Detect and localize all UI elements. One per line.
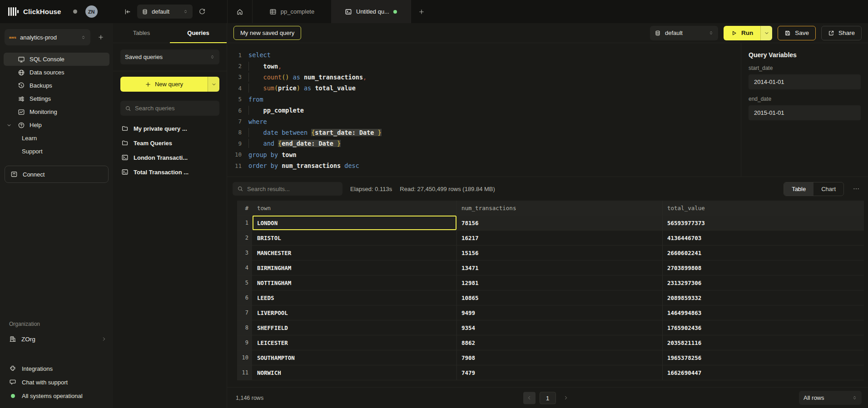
workspace-select[interactable]: aws analytics-prod: [5, 29, 90, 45]
search-results-input[interactable]: [247, 186, 338, 192]
code-text: sum(price) as total_value: [248, 84, 356, 92]
next-page-button[interactable]: [560, 392, 572, 404]
saved-query-label: London Transacti...: [134, 154, 188, 161]
cell-total-value[interactable]: 1965378256: [662, 350, 864, 365]
cell-total-value[interactable]: 2089859332: [662, 290, 864, 305]
cell-total-value[interactable]: 4136446703: [662, 231, 864, 245]
cell-town[interactable]: NORWICH: [252, 365, 456, 380]
cell-town[interactable]: BRISTOL: [252, 231, 456, 245]
sidebar-item-help[interactable]: Help: [4, 118, 109, 132]
cell-num-transactions[interactable]: 9354: [456, 320, 662, 335]
connect-button[interactable]: Connect: [5, 166, 109, 183]
cell-num-transactions[interactable]: 15156: [456, 246, 662, 260]
chart-icon: [18, 108, 25, 116]
cell-num-transactions[interactable]: 7479: [456, 365, 662, 380]
sql-editor[interactable]: 1select2 town,3 count() as num_transacti…: [227, 43, 741, 177]
cell-town[interactable]: LONDON: [252, 216, 456, 230]
query-variables-title: Query Variables: [749, 51, 861, 59]
home-button[interactable]: [228, 0, 252, 23]
cell-total-value[interactable]: 1464994863: [662, 305, 864, 320]
start-date-input[interactable]: [749, 74, 861, 89]
page-number[interactable]: 1: [540, 392, 556, 404]
cell-num-transactions[interactable]: 16217: [456, 231, 662, 245]
sidebar-footer-chat-with-support[interactable]: Chat with support: [0, 375, 113, 389]
view-table-button[interactable]: Table: [784, 182, 813, 196]
results-menu-button[interactable]: [853, 185, 860, 192]
saved-query-total-transaction[interactable]: Total Transaction ...: [120, 165, 219, 179]
column-header-index[interactable]: #: [237, 201, 252, 215]
cell-num-transactions[interactable]: 78156: [456, 216, 662, 230]
save-button[interactable]: Save: [778, 26, 816, 40]
sidebar-footer-all-systems-operational[interactable]: All systems operational: [0, 389, 113, 403]
refresh-button[interactable]: [198, 8, 206, 15]
cell-total-value[interactable]: 1765902436: [662, 320, 864, 335]
column-header-town[interactable]: town: [252, 201, 456, 215]
share-button[interactable]: Share: [821, 26, 862, 40]
collapse-panel-button[interactable]: [124, 8, 131, 15]
organization-item[interactable]: ZOrg: [0, 332, 113, 346]
sidebar-item-monitoring[interactable]: Monitoring: [4, 105, 109, 118]
cell-num-transactions[interactable]: 10865: [456, 290, 662, 305]
folder-icon: [121, 139, 129, 147]
cell-town[interactable]: SHEFFIELD: [252, 320, 456, 335]
cell-total-value[interactable]: 56593977373: [662, 216, 864, 230]
cell-total-value[interactable]: 2660602241: [662, 246, 864, 260]
cell-total-value[interactable]: 2313297306: [662, 275, 864, 290]
saved-queries-select[interactable]: Saved queries: [120, 49, 219, 64]
topbar-database-select[interactable]: default: [137, 5, 193, 19]
cell-num-transactions[interactable]: 9499: [456, 305, 662, 320]
page-size-select[interactable]: All rows: [799, 391, 862, 405]
tab-untitled-query[interactable]: Untitled qu...: [331, 0, 411, 23]
new-tab-button[interactable]: [411, 0, 432, 23]
sidebar-item-sql-console[interactable]: SQL Console: [4, 53, 109, 66]
saved-query-team-queries[interactable]: Team Queries: [120, 136, 219, 150]
sidebar-item-settings[interactable]: Settings: [4, 92, 109, 105]
cell-town[interactable]: LEEDS: [252, 290, 456, 305]
cell-total-value[interactable]: 1662690447: [662, 365, 864, 380]
cell-town[interactable]: NOTTINGHAM: [252, 275, 456, 290]
saved-query-tab[interactable]: My new saved query: [233, 26, 301, 40]
cell-total-value[interactable]: 2703899808: [662, 261, 864, 275]
end-date-input[interactable]: [749, 105, 861, 120]
cell-num-transactions[interactable]: 8862: [456, 335, 662, 350]
run-database-select[interactable]: default: [650, 26, 718, 40]
run-button[interactable]: Run: [724, 26, 760, 40]
sidebar-item-data-sources[interactable]: Data sources: [4, 66, 109, 79]
new-query-button[interactable]: New query: [120, 77, 208, 92]
sidebar-item-learn[interactable]: Learn: [4, 132, 109, 145]
cell-total-value[interactable]: 2035821116: [662, 335, 864, 350]
tab-pp-complete[interactable]: pp_complete: [253, 0, 331, 23]
new-query-dropdown-button[interactable]: [208, 77, 219, 92]
cell-num-transactions[interactable]: 12981: [456, 275, 662, 290]
tab-queries[interactable]: Queries: [170, 23, 227, 43]
sidebar-item-backups[interactable]: Backups: [4, 79, 109, 92]
cell-town[interactable]: SOUTHAMPTON: [252, 350, 456, 365]
code-line: 9 and {end_date: Date }: [230, 138, 741, 149]
tab-tables[interactable]: Tables: [113, 23, 170, 43]
prev-page-button[interactable]: [523, 392, 536, 404]
database-icon: [655, 30, 661, 36]
column-header-num-transactions[interactable]: num_transactions: [456, 201, 662, 215]
token: [278, 151, 282, 158]
search-queries-input[interactable]: [135, 105, 215, 112]
cell-town[interactable]: LIVERPOOL: [252, 305, 456, 320]
column-header-total-value[interactable]: total_value: [662, 201, 864, 215]
saved-query-london-transacti[interactable]: London Transacti...: [120, 150, 219, 165]
cell-town[interactable]: BIRMINGHAM: [252, 261, 456, 275]
row-index: 11: [237, 365, 252, 380]
cell-town[interactable]: LEICESTER: [252, 335, 456, 350]
token: select: [248, 51, 271, 59]
add-service-button[interactable]: [94, 30, 108, 44]
sidebar-item-support[interactable]: Support: [4, 145, 109, 158]
indent-guide: [248, 62, 249, 71]
sidebar-footer-integrations[interactable]: Integrations: [0, 362, 113, 375]
run-dropdown-button[interactable]: [760, 26, 772, 40]
view-chart-button[interactable]: Chart: [813, 182, 843, 196]
saved-query-my-private-query[interactable]: My private query ...: [120, 121, 219, 136]
cell-num-transactions[interactable]: 13471: [456, 261, 662, 275]
table-row: 2BRISTOL162174136446703: [237, 231, 864, 246]
user-avatar[interactable]: ZN: [85, 5, 98, 18]
plus-icon: [145, 81, 151, 88]
cell-num-transactions[interactable]: 7908: [456, 350, 662, 365]
cell-town[interactable]: MANCHESTER: [252, 246, 456, 260]
